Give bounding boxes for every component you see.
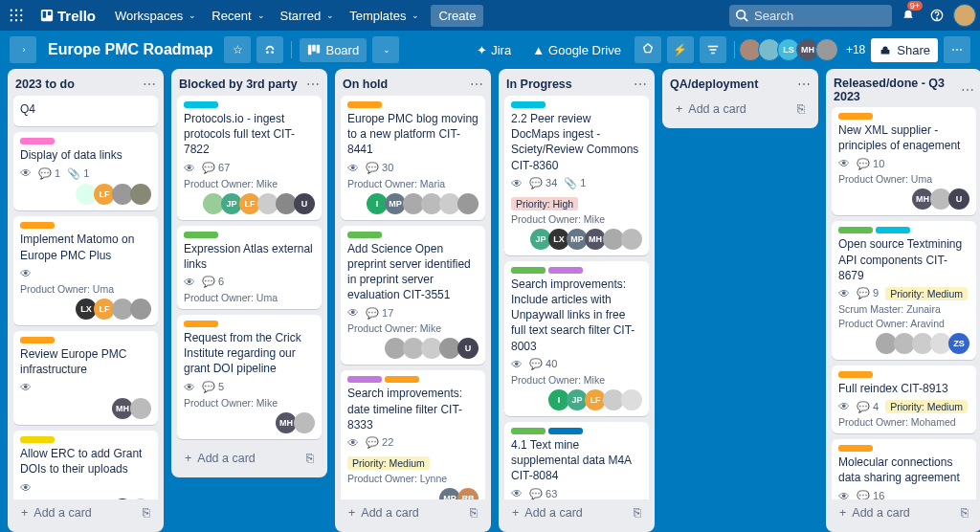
list-menu-icon[interactable]: ⋯	[306, 77, 320, 92]
add-card-button[interactable]: + Add a card⎘	[504, 499, 649, 526]
board-menu-icon[interactable]: ⋯	[944, 36, 970, 63]
watch-icon: 👁	[347, 306, 359, 320]
add-card-button[interactable]: + Add a card⎘	[668, 96, 813, 122]
member-avatar[interactable]: U	[948, 188, 969, 210]
card-title: Molecular connections data sharing agree…	[838, 454, 969, 485]
template-icon[interactable]: ⎘	[797, 102, 805, 116]
card[interactable]: 4.1 Text mine supplemental data M4A CIT-…	[504, 422, 649, 499]
card[interactable]: Search improvements: date timeline filte…	[341, 370, 485, 499]
more-members[interactable]: +18	[846, 43, 865, 56]
list-menu-icon[interactable]: ⋯	[961, 82, 974, 98]
member-avatar[interactable]	[457, 193, 479, 214]
watch-icon: 👁	[838, 400, 850, 413]
view-switcher-icon[interactable]: ⌄	[372, 36, 399, 63]
member-avatar[interactable]	[130, 398, 151, 419]
list-title[interactable]: In Progress	[506, 78, 572, 91]
add-card-button[interactable]: + Add a card⎘	[177, 445, 322, 472]
expand-sidebar-icon[interactable]: ›	[10, 36, 36, 63]
menu-recent[interactable]: Recent⌄	[204, 5, 272, 27]
member-avatar[interactable]	[621, 389, 642, 410]
board-title[interactable]: Europe PMC Roadmap	[42, 41, 218, 58]
jira-powerup[interactable]: ✦ Jira	[469, 39, 519, 61]
card[interactable]: Display of data links👁💬 1📎 1LF	[13, 132, 158, 211]
plus-icon: +	[21, 506, 28, 520]
card[interactable]: Implement Matomo on Europe PMC Plus👁Prod…	[13, 216, 158, 324]
card-members: JPLFU	[184, 193, 315, 214]
card[interactable]: Protocols.io - ingest protocols full tex…	[177, 96, 322, 220]
list-menu-icon[interactable]: ⋯	[143, 77, 156, 92]
star-icon[interactable]: ☆	[224, 36, 251, 63]
help-icon[interactable]	[924, 3, 949, 28]
powerups-icon[interactable]	[635, 36, 661, 63]
visibility-icon[interactable]	[256, 36, 283, 63]
card[interactable]: Expression Atlas external links👁💬 6Produ…	[177, 226, 322, 309]
menu-templates[interactable]: Templates⌄	[342, 5, 427, 27]
list-title[interactable]: On hold	[343, 78, 388, 91]
card[interactable]: Q4	[13, 96, 158, 126]
card[interactable]: Allow ERC to add Grant DOIs to their upl…	[13, 431, 158, 499]
card-owner: Product Owner: Mike	[347, 322, 479, 334]
member-avatar[interactable]: ZS	[948, 333, 969, 354]
list-menu-icon[interactable]: ⋯	[634, 77, 647, 92]
member-avatar[interactable]: U	[294, 193, 315, 214]
member-avatar[interactable]	[130, 184, 151, 205]
member-avatars[interactable]: ​ ​ LS MH ​	[743, 38, 838, 61]
svg-point-2	[20, 10, 22, 11]
template-icon[interactable]: ⎘	[143, 506, 150, 520]
gdrive-powerup[interactable]: ▲ Google Drive	[524, 39, 629, 61]
add-card-button[interactable]: + Add a card⎘	[13, 499, 158, 526]
card-title: Display of data links	[20, 147, 151, 163]
card[interactable]: Europe PMC blog moving to a new platform…	[341, 96, 485, 220]
apps-icon[interactable]	[4, 3, 29, 28]
card-owner: Product Owner: Mike	[511, 213, 642, 225]
share-button[interactable]: Share	[871, 38, 938, 62]
comment-count: 💬 5	[202, 381, 224, 393]
add-card-button[interactable]: + Add a card⎘	[341, 499, 485, 526]
filter-icon[interactable]	[700, 36, 726, 63]
card[interactable]: Review Europe PMC infrastructure👁MH	[13, 331, 158, 425]
list-title[interactable]: 2023 to do	[15, 78, 75, 91]
list-menu-icon[interactable]: ⋯	[797, 77, 811, 92]
list-title[interactable]: Released/done - Q3 2023	[834, 77, 961, 103]
list-title[interactable]: QA/deployment	[670, 78, 758, 91]
profile-avatar[interactable]	[953, 4, 976, 27]
template-icon[interactable]: ⎘	[634, 506, 641, 520]
trello-logo[interactable]: Trello	[33, 8, 103, 24]
card-label	[347, 232, 382, 238]
card[interactable]: Request from the Crick Institute regardi…	[177, 315, 322, 439]
card[interactable]: New XML supplier - principles of enageme…	[832, 107, 976, 215]
card[interactable]: Add Science Open preprint server identif…	[341, 226, 485, 366]
board-view-button[interactable]: Board	[300, 38, 367, 62]
menu-starred[interactable]: Starred⌄	[273, 5, 343, 27]
add-card-button[interactable]: + Add a card⎘	[832, 499, 976, 526]
card[interactable]: Molecular connections data sharing agree…	[832, 439, 976, 499]
card[interactable]: Search improvements: Include articles wi…	[504, 261, 649, 416]
automation-icon[interactable]: ⚡	[667, 36, 694, 63]
template-icon[interactable]: ⎘	[961, 506, 969, 520]
menu-workspaces[interactable]: Workspaces⌄	[107, 5, 204, 27]
card-title: Protocols.io - ingest protocols full tex…	[184, 111, 315, 158]
member-avatar[interactable]	[130, 299, 151, 320]
member-avatar[interactable]: U	[457, 338, 479, 359]
create-button[interactable]: Create	[431, 5, 483, 27]
notifications-icon[interactable]: 9+	[896, 3, 921, 28]
template-icon[interactable]: ⎘	[470, 506, 478, 520]
board-canvas[interactable]: 2023 to do⋯Q4Display of data links👁💬 1📎 …	[0, 69, 980, 532]
card[interactable]: 2.2 Peer review DocMaps ingest - Sciety/…	[504, 96, 649, 255]
member-avatar[interactable]: RB	[457, 488, 479, 499]
member-avatar[interactable]	[294, 412, 315, 433]
search-input[interactable]	[729, 5, 892, 27]
plus-icon: +	[185, 452, 191, 465]
plus-icon: +	[348, 506, 355, 520]
member-avatar[interactable]	[621, 229, 642, 250]
list-title[interactable]: Blocked by 3rd party	[179, 78, 298, 91]
priority-badge: Priority: High	[511, 197, 578, 211]
card[interactable]: Full reindex CIT-8913👁💬 4Priority: Mediu…	[832, 366, 976, 433]
search-wrap	[729, 5, 892, 27]
svg-point-3	[11, 14, 12, 16]
list-menu-icon[interactable]: ⋯	[470, 77, 483, 92]
card[interactable]: Open source Textmining API components CI…	[832, 221, 976, 360]
template-icon[interactable]: ⎘	[306, 452, 314, 465]
svg-point-12	[737, 10, 746, 18]
search-icon	[735, 9, 748, 25]
